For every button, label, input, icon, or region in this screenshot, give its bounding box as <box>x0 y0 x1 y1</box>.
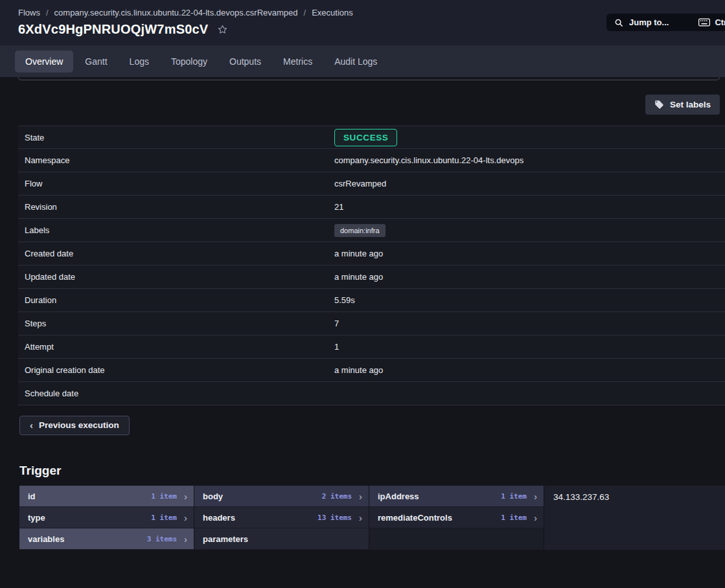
page-header: Flows / company.security.cis.linux.ubunt… <box>0 0 725 45</box>
tab-gantt[interactable]: Gantt <box>75 51 117 73</box>
scrolled-card-edge <box>18 77 720 80</box>
tree-item-count: 2 items <box>322 492 352 501</box>
row-value: 1 <box>334 342 339 352</box>
row-value: a minute ago <box>334 272 383 282</box>
chevron-right-icon: › <box>184 534 187 544</box>
row-label: Revision <box>25 202 334 212</box>
row-label: Updated date <box>25 272 334 282</box>
previous-execution-button[interactable]: ‹ Previous execution <box>19 416 130 435</box>
table-row-original-creation-date: Original creation date a minute ago <box>18 359 725 382</box>
shortcut-label: Ctrl/C <box>715 17 725 27</box>
tree-node-ipaddress[interactable]: ipAddress 1 item › <box>369 486 544 507</box>
chevron-right-icon: › <box>184 492 187 501</box>
tab-metrics[interactable]: Metrics <box>273 51 323 73</box>
row-value: 7 <box>334 319 339 328</box>
set-labels-button[interactable]: Set labels <box>645 95 720 115</box>
row-label: Created date <box>25 249 334 258</box>
tab-outputs[interactable]: Outputs <box>219 51 271 73</box>
chevron-right-icon: › <box>359 492 362 501</box>
chevron-right-icon: › <box>534 513 537 523</box>
tree-node-variables[interactable]: variables 3 items › <box>19 528 194 550</box>
favorite-star-icon[interactable] <box>217 24 228 35</box>
breadcrumb-flow[interactable]: company.security.cis.linux.ubuntu.22-04-… <box>54 8 298 17</box>
tree-item-count: 1 item <box>151 514 177 522</box>
tree-node-parameters[interactable]: parameters <box>194 528 369 550</box>
row-label: Original creation date <box>25 365 334 375</box>
tree-node-body[interactable]: body 2 items › <box>194 486 369 507</box>
table-row-state: State SUCCESS <box>18 126 725 149</box>
row-value: a minute ago <box>334 249 383 258</box>
tree-node-type[interactable]: type 1 item › <box>19 507 194 528</box>
table-row-revision: Revision 21 <box>18 196 725 219</box>
row-label: Steps <box>25 319 334 328</box>
overview-panel: Set labels State SUCCESS Namespace compa… <box>0 77 725 550</box>
tab-logs[interactable]: Logs <box>119 51 159 73</box>
jump-to-search[interactable]: Jump to... Ctrl/C <box>606 14 725 31</box>
trigger-tree-column-3: ipAddress 1 item › remediateControls 1 i… <box>369 486 544 550</box>
keyboard-shortcut: Ctrl/C <box>698 17 725 27</box>
chevron-right-icon: › <box>184 513 187 523</box>
row-label: Attempt <box>25 342 334 352</box>
row-label: Schedule date <box>25 389 334 398</box>
row-label: Flow <box>25 179 334 188</box>
tree-node-headers[interactable]: headers 13 items › <box>194 507 369 528</box>
tab-overview[interactable]: Overview <box>15 51 73 73</box>
table-row-flow: Flow csrRevamped <box>18 172 725 196</box>
set-labels-label: Set labels <box>670 100 711 109</box>
chevron-left-icon: ‹ <box>30 420 33 430</box>
table-row-created-date: Created date a minute ago <box>18 242 725 266</box>
tree-key: headers <box>203 513 317 523</box>
label-chip[interactable]: domain:infra <box>334 224 386 237</box>
tree-item-count: 1 item <box>151 492 177 501</box>
trigger-value-panel: 34.133.237.63 <box>544 486 725 550</box>
table-row-steps: Steps 7 <box>18 312 725 335</box>
table-row-namespace: Namespace company.security.cis.linux.ubu… <box>18 149 725 172</box>
trigger-tree-column-2: body 2 items › headers 13 items › parame… <box>194 486 369 550</box>
row-label: State <box>25 133 334 142</box>
execution-tabs: Overview Gantt Logs Topology Outputs Met… <box>0 45 725 77</box>
jump-to-label: Jump to... <box>629 17 669 27</box>
row-label: Duration <box>25 295 334 305</box>
row-label: Labels <box>25 225 334 235</box>
tree-key: body <box>203 492 322 501</box>
execution-id-title: 6XdVc9HgPNRUOQjW7mS0cV <box>18 22 208 37</box>
tree-node-remediatecontrols[interactable]: remediateControls 1 item › <box>369 507 544 528</box>
execution-overview-table: State SUCCESS Namespace company.security… <box>18 126 725 405</box>
trigger-tree-column-1: id 1 item › type 1 item › variables 3 it… <box>19 486 194 550</box>
tag-icon <box>654 100 664 109</box>
tab-topology[interactable]: Topology <box>161 51 218 73</box>
breadcrumb-separator: / <box>304 8 306 17</box>
row-value: a minute ago <box>334 365 383 375</box>
table-row-attempt: Attempt 1 <box>18 335 725 359</box>
tree-key: id <box>28 492 151 501</box>
row-label: Namespace <box>25 155 334 165</box>
trigger-leaf-value: 34.133.237.63 <box>553 492 609 502</box>
table-row-updated-date: Updated date a minute ago <box>18 266 725 289</box>
breadcrumb-separator: / <box>46 8 49 17</box>
table-row-labels: Labels domain:infra <box>18 219 725 242</box>
chevron-right-icon: › <box>359 513 362 523</box>
breadcrumb-executions[interactable]: Executions <box>312 8 353 17</box>
row-value: 21 <box>334 202 343 212</box>
tree-node-id[interactable]: id 1 item › <box>19 486 194 507</box>
tab-audit-logs[interactable]: Audit Logs <box>324 51 387 73</box>
trigger-heading: Trigger <box>19 464 725 478</box>
row-value: 5.59s <box>334 295 355 305</box>
tree-key: remediateControls <box>378 513 501 523</box>
trigger-json-explorer: id 1 item › type 1 item › variables 3 it… <box>19 486 725 550</box>
search-icon <box>614 18 623 27</box>
state-badge: SUCCESS <box>334 129 397 146</box>
tree-key: variables <box>28 534 147 544</box>
tree-item-count: 1 item <box>501 492 527 501</box>
breadcrumb-flows[interactable]: Flows <box>18 8 40 17</box>
row-value: csrRevamped <box>334 179 386 188</box>
tree-item-count: 13 items <box>317 514 352 522</box>
row-value: company.security.cis.linux.ubuntu.22-04-… <box>334 155 524 165</box>
keyboard-icon <box>698 18 710 27</box>
tree-key: ipAddress <box>378 492 501 501</box>
tree-item-count: 1 item <box>501 514 527 522</box>
tree-item-count: 3 items <box>147 535 177 543</box>
tree-key: parameters <box>203 534 362 544</box>
tree-key: type <box>28 513 151 523</box>
previous-execution-label: Previous execution <box>39 420 119 430</box>
